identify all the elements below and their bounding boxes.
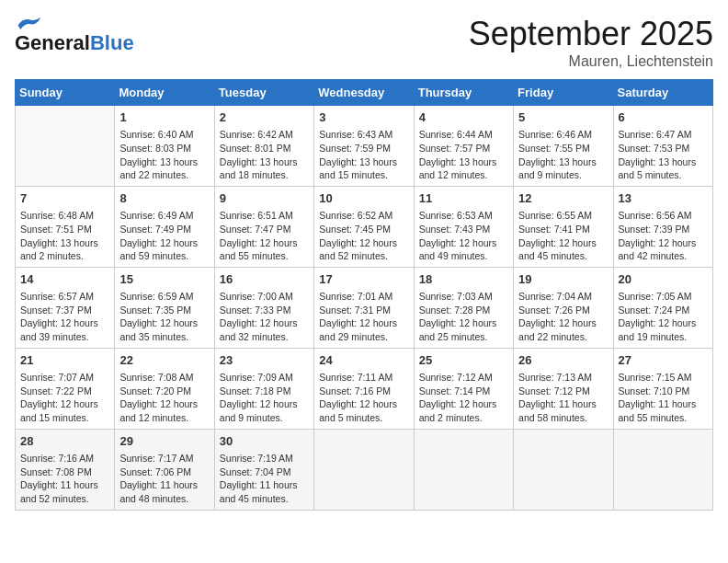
cell-content: Sunrise: 6:46 AMSunset: 7:55 PMDaylight:… <box>518 128 608 182</box>
calendar-cell: 7Sunrise: 6:48 AMSunset: 7:51 PMDaylight… <box>16 186 115 267</box>
calendar-cell: 12Sunrise: 6:55 AMSunset: 7:41 PMDayligh… <box>514 186 613 267</box>
day-header-saturday: Saturday <box>613 80 712 106</box>
month-title: September 2025 <box>469 15 713 53</box>
cell-content: Sunrise: 6:53 AMSunset: 7:43 PMDaylight:… <box>419 209 508 263</box>
cell-content: Sunrise: 6:40 AMSunset: 8:03 PMDaylight:… <box>119 128 209 182</box>
day-number: 1 <box>119 109 209 126</box>
day-number: 11 <box>419 190 508 207</box>
calendar-cell <box>514 429 613 510</box>
calendar-cell <box>414 429 513 510</box>
day-number: 14 <box>20 271 109 288</box>
cell-content: Sunrise: 7:08 AMSunset: 7:20 PMDaylight:… <box>119 371 209 425</box>
calendar-header-row: SundayMondayTuesdayWednesdayThursdayFrid… <box>16 80 713 106</box>
calendar-cell <box>613 429 712 510</box>
calendar-cell: 23Sunrise: 7:09 AMSunset: 7:18 PMDayligh… <box>214 348 313 429</box>
calendar-week-row: 14Sunrise: 6:57 AMSunset: 7:37 PMDayligh… <box>16 267 713 348</box>
calendar-cell: 26Sunrise: 7:13 AMSunset: 7:12 PMDayligh… <box>514 348 613 429</box>
cell-content: Sunrise: 7:04 AMSunset: 7:26 PMDaylight:… <box>518 290 608 344</box>
calendar-cell: 9Sunrise: 6:51 AMSunset: 7:47 PMDaylight… <box>214 186 313 267</box>
calendar-cell: 24Sunrise: 7:11 AMSunset: 7:16 PMDayligh… <box>314 348 414 429</box>
cell-content: Sunrise: 7:09 AMSunset: 7:18 PMDaylight:… <box>220 371 309 425</box>
calendar-cell: 14Sunrise: 6:57 AMSunset: 7:37 PMDayligh… <box>16 267 115 348</box>
day-number: 20 <box>619 271 708 288</box>
cell-content: Sunrise: 7:07 AMSunset: 7:22 PMDaylight:… <box>20 371 109 425</box>
page-header: GeneralBlue September 2025 Mauren, Liech… <box>15 15 713 70</box>
cell-content: Sunrise: 6:49 AMSunset: 7:49 PMDaylight:… <box>119 209 209 263</box>
cell-content: Sunrise: 6:55 AMSunset: 7:41 PMDaylight:… <box>518 209 608 263</box>
day-number: 26 <box>518 352 608 369</box>
calendar-cell: 15Sunrise: 6:59 AMSunset: 7:35 PMDayligh… <box>115 267 214 348</box>
cell-content: Sunrise: 7:03 AMSunset: 7:28 PMDaylight:… <box>419 290 508 344</box>
cell-content: Sunrise: 7:13 AMSunset: 7:12 PMDaylight:… <box>518 371 608 425</box>
cell-content: Sunrise: 7:01 AMSunset: 7:31 PMDaylight:… <box>319 290 408 344</box>
calendar-cell <box>16 106 115 187</box>
calendar-week-row: 21Sunrise: 7:07 AMSunset: 7:22 PMDayligh… <box>16 348 713 429</box>
day-number: 10 <box>319 190 408 207</box>
calendar-week-row: 1Sunrise: 6:40 AMSunset: 8:03 PMDaylight… <box>16 106 713 187</box>
calendar-week-row: 7Sunrise: 6:48 AMSunset: 7:51 PMDaylight… <box>16 186 713 267</box>
calendar-cell: 30Sunrise: 7:19 AMSunset: 7:04 PMDayligh… <box>214 429 313 510</box>
calendar-cell: 10Sunrise: 6:52 AMSunset: 7:45 PMDayligh… <box>314 186 414 267</box>
cell-content: Sunrise: 7:19 AMSunset: 7:04 PMDaylight:… <box>220 452 309 506</box>
day-number: 22 <box>119 352 209 369</box>
day-number: 13 <box>619 190 708 207</box>
cell-content: Sunrise: 6:47 AMSunset: 7:53 PMDaylight:… <box>619 128 708 182</box>
calendar-cell: 2Sunrise: 6:42 AMSunset: 8:01 PMDaylight… <box>214 106 313 187</box>
day-number: 30 <box>220 433 309 450</box>
cell-content: Sunrise: 6:51 AMSunset: 7:47 PMDaylight:… <box>220 209 309 263</box>
day-number: 27 <box>619 352 708 369</box>
calendar-cell: 22Sunrise: 7:08 AMSunset: 7:20 PMDayligh… <box>115 348 214 429</box>
day-header-tuesday: Tuesday <box>214 80 313 106</box>
cell-content: Sunrise: 7:05 AMSunset: 7:24 PMDaylight:… <box>619 290 708 344</box>
day-number: 4 <box>419 109 508 126</box>
day-number: 7 <box>20 190 109 207</box>
day-header-monday: Monday <box>115 80 214 106</box>
calendar-cell: 25Sunrise: 7:12 AMSunset: 7:14 PMDayligh… <box>414 348 513 429</box>
day-header-friday: Friday <box>514 80 613 106</box>
day-number: 3 <box>319 109 408 126</box>
calendar-cell: 3Sunrise: 6:43 AMSunset: 7:59 PMDaylight… <box>314 106 414 187</box>
cell-content: Sunrise: 6:56 AMSunset: 7:39 PMDaylight:… <box>619 209 708 263</box>
cell-content: Sunrise: 6:52 AMSunset: 7:45 PMDaylight:… <box>319 209 408 263</box>
day-number: 24 <box>319 352 408 369</box>
location: Mauren, Liechtenstein <box>469 53 713 70</box>
day-number: 16 <box>220 271 309 288</box>
calendar-cell: 28Sunrise: 7:16 AMSunset: 7:08 PMDayligh… <box>16 429 115 510</box>
cell-content: Sunrise: 7:15 AMSunset: 7:10 PMDaylight:… <box>619 371 708 425</box>
logo: GeneralBlue <box>15 15 134 53</box>
calendar-cell: 5Sunrise: 6:46 AMSunset: 7:55 PMDaylight… <box>514 106 613 187</box>
day-number: 23 <box>220 352 309 369</box>
cell-content: Sunrise: 7:00 AMSunset: 7:33 PMDaylight:… <box>220 290 309 344</box>
day-number: 28 <box>20 433 109 450</box>
calendar-cell: 18Sunrise: 7:03 AMSunset: 7:28 PMDayligh… <box>414 267 513 348</box>
day-number: 6 <box>619 109 708 126</box>
day-number: 29 <box>119 433 209 450</box>
day-header-thursday: Thursday <box>414 80 513 106</box>
cell-content: Sunrise: 7:16 AMSunset: 7:08 PMDaylight:… <box>20 452 109 506</box>
calendar-body: 1Sunrise: 6:40 AMSunset: 8:03 PMDaylight… <box>16 106 713 511</box>
day-number: 21 <box>20 352 109 369</box>
day-number: 9 <box>220 190 309 207</box>
logo-bird-icon <box>15 15 42 33</box>
calendar-cell <box>314 429 414 510</box>
day-number: 8 <box>119 190 209 207</box>
calendar-cell: 19Sunrise: 7:04 AMSunset: 7:26 PMDayligh… <box>514 267 613 348</box>
day-number: 19 <box>518 271 608 288</box>
calendar-cell: 4Sunrise: 6:44 AMSunset: 7:57 PMDaylight… <box>414 106 513 187</box>
calendar-cell: 6Sunrise: 6:47 AMSunset: 7:53 PMDaylight… <box>613 106 712 187</box>
title-block: September 2025 Mauren, Liechtenstein <box>469 15 713 70</box>
logo-text: GeneralBlue <box>15 33 134 53</box>
calendar-cell: 11Sunrise: 6:53 AMSunset: 7:43 PMDayligh… <box>414 186 513 267</box>
calendar-cell: 17Sunrise: 7:01 AMSunset: 7:31 PMDayligh… <box>314 267 414 348</box>
day-number: 2 <box>220 109 309 126</box>
calendar-cell: 20Sunrise: 7:05 AMSunset: 7:24 PMDayligh… <box>613 267 712 348</box>
day-number: 25 <box>419 352 508 369</box>
cell-content: Sunrise: 6:44 AMSunset: 7:57 PMDaylight:… <box>419 128 508 182</box>
day-number: 15 <box>119 271 209 288</box>
cell-content: Sunrise: 7:12 AMSunset: 7:14 PMDaylight:… <box>419 371 508 425</box>
day-number: 18 <box>419 271 508 288</box>
cell-content: Sunrise: 7:11 AMSunset: 7:16 PMDaylight:… <box>319 371 408 425</box>
calendar-cell: 27Sunrise: 7:15 AMSunset: 7:10 PMDayligh… <box>613 348 712 429</box>
cell-content: Sunrise: 7:17 AMSunset: 7:06 PMDaylight:… <box>119 452 209 506</box>
calendar-cell: 21Sunrise: 7:07 AMSunset: 7:22 PMDayligh… <box>16 348 115 429</box>
